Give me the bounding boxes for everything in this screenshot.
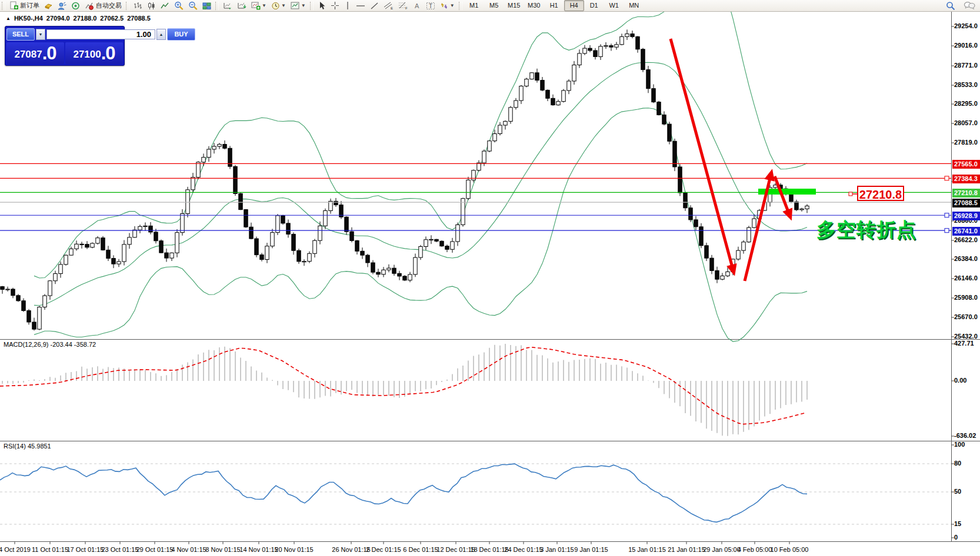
signals-button[interactable] [69,1,82,11]
timeframe-button-m5[interactable]: M5 [484,0,504,11]
zoom-in-button[interactable] [172,1,186,11]
tile-windows-button[interactable] [200,1,214,11]
timeframe-button-m15[interactable]: M15 [504,0,524,11]
equidistant-channel-tool-button[interactable]: E [381,1,396,11]
volume-decrease-button[interactable]: ▼ [36,29,45,40]
symbol-info-line: ▲ HK50-,H4 27094.0 27188.0 27062.5 27088… [6,15,151,22]
date-label: 4 Feb 05:00 [738,546,772,553]
market-watch-button[interactable] [55,1,69,11]
new-chart-button[interactable]: ▼ [249,1,269,11]
ohlc-low: 27062.5 [100,15,124,22]
axis-price-badge: 26928.9 [952,212,980,220]
template-chart-icon [291,2,300,10]
crosshair-tool-button[interactable] [328,1,342,11]
svg-text:T: T [429,2,432,9]
buy-price[interactable]: 27100 .0 [65,42,123,64]
timeframe-group: M1M5M15M30H1H4D1W1MN [464,0,644,11]
toolbar-grip[interactable] [2,2,5,10]
buy-price-fraction: .0 [101,45,115,62]
sell-price-fraction: .0 [42,45,56,62]
date-label: 2 Dec 01:15 [366,546,401,553]
date-label: 11 Oct 01:15 [32,546,68,553]
cursor-icon [318,1,326,10]
volume-increase-button[interactable]: ▲ [156,29,166,40]
auto-scroll-button[interactable] [221,1,235,11]
chat-icon[interactable] [964,1,975,10]
toolbar-grip[interactable] [459,2,462,10]
axis-label: 29016.0 [954,42,978,49]
timeframe-button-d1[interactable]: D1 [584,0,604,11]
arrows-caret-icon: ▼ [450,3,455,8]
axis-label: 26146.0 [954,274,978,282]
buy-price-main: 27100 [73,47,101,62]
channel-icon: E [384,1,394,10]
fibonacci-tool-button[interactable]: F [396,1,411,11]
rsi-label: RSI(14) 45.9851 [4,443,51,450]
history-center-button[interactable] [42,1,55,11]
cursor-tool-button[interactable] [315,1,328,11]
toolbar-grip[interactable] [215,2,219,10]
timeframe-button-w1[interactable]: W1 [604,0,624,11]
bar-chart-icon [134,2,142,10]
tile-windows-icon [202,2,211,10]
horizontal-line-tool-button[interactable] [354,1,368,11]
chart-shift-button[interactable] [235,1,249,11]
arrows-tool-button[interactable]: ▼ [438,1,457,11]
svg-text:E: E [391,6,393,10]
date-label: 26 Nov 01:15 [332,546,370,553]
date-label: 23 Oct 01:15 [102,546,139,553]
timeframe-button-mn[interactable]: MN [624,0,644,11]
timeframe-button-m1[interactable]: M1 [464,0,484,11]
axis-label: 28057.0 [954,119,978,126]
toolbar-grip[interactable] [310,2,314,10]
date-label: 14 Nov 01:15 [239,546,278,553]
buy-button[interactable]: BUY [167,28,195,41]
date-label: 12 Dec 01:15 [436,546,475,553]
timeframe-button-h4[interactable]: H4 [564,0,584,11]
new-chart-caret-icon: ▼ [262,3,266,8]
axis-price-badge: 27088.5 [952,199,980,207]
new-order-button[interactable]: 新订单 [7,1,42,11]
zoom-in-icon [174,1,184,10]
macd-value-signal: -358.72 [74,341,96,348]
crosshair-icon [331,1,339,10]
auto-trading-button[interactable]: 自动交易 [82,1,124,11]
timeframe-button-h1[interactable]: H1 [544,0,564,11]
date-label: 4 Nov 01:15 [171,546,206,553]
candlestick-mode-button[interactable] [145,1,158,11]
collapse-trade-panel-icon[interactable]: ▲ [6,16,11,21]
axis-label: -636.02 [954,432,976,439]
axis-label: 25432.0 [954,333,978,340]
date-label: 24 Dec 01:15 [504,546,542,553]
templates-caret-icon: ▼ [301,3,306,8]
axis-label: 28295.0 [954,100,978,107]
date-label: 6 Dec 01:15 [403,546,438,553]
text-tool-button[interactable]: A [411,1,424,11]
line-chart-mode-button[interactable] [158,1,172,11]
sell-price-main: 27087 [14,47,42,62]
timeframe-button-m30[interactable]: M30 [524,0,544,11]
horizontal-line-icon [356,2,365,10]
axis-label: 0 [954,534,958,541]
sell-button[interactable]: SELL [6,28,35,41]
profiles-button[interactable]: ▼ [269,1,288,11]
turning-point-text[interactable]: 多空转折点 [816,217,916,243]
date-label: 3 Jan 01:15 [540,546,574,553]
toolbar-grip[interactable] [126,2,129,10]
date-label: 9 Jan 01:15 [574,546,608,553]
date-label: 10 Feb 05:00 [771,546,809,553]
sell-price[interactable]: 27087 .0 [6,42,64,64]
axis-label: 80 [954,460,961,467]
search-icon[interactable] [946,1,955,11]
new-order-icon [9,1,18,10]
bar-chart-mode-button[interactable] [131,1,145,11]
text-label-tool-button[interactable]: T [424,1,438,11]
volume-input[interactable] [46,29,155,39]
trendline-tool-button[interactable] [368,1,381,11]
zoom-out-button[interactable] [186,1,200,11]
auto-trading-icon [85,2,94,10]
vertical-line-tool-button[interactable] [342,1,354,11]
price-flag-label[interactable]: 27210.8 [857,186,904,201]
chart-window[interactable] [0,11,980,556]
templates-button[interactable]: ▼ [288,1,308,11]
